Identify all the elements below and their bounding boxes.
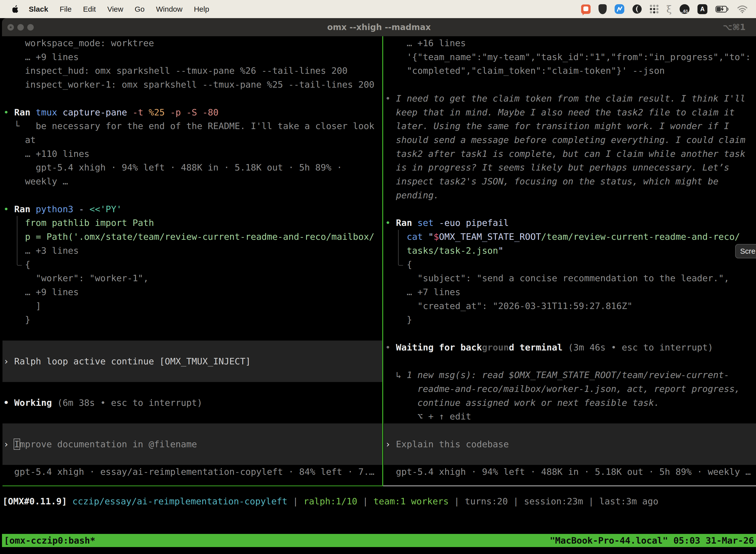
tooltip-label: Scre bbox=[740, 247, 756, 256]
text-segment: { bbox=[3, 259, 30, 270]
terminal-line: ↳ 1 new msg(s): read $OMX_TEAM_STATE_ROO… bbox=[384, 368, 756, 382]
menu-go[interactable]: Go bbox=[135, 5, 145, 13]
text-segment: readme-and-reco/mailbox/worker-1.json, a… bbox=[385, 384, 740, 394]
pane-divider[interactable] bbox=[382, 36, 383, 486]
text-segment: "created_at": "2026-03-31T11:59:27.816Z" bbox=[385, 301, 632, 311]
battery-icon[interactable] bbox=[715, 6, 729, 13]
text-segment: continue assigned work or next feasible … bbox=[385, 398, 659, 408]
terminal-line: tasks/task-2.json" bbox=[384, 244, 756, 258]
text-segment: ⌥ + ↑ edit bbox=[385, 411, 471, 422]
menu-file[interactable]: File bbox=[60, 5, 71, 13]
blank-line bbox=[384, 327, 756, 340]
text-segment: /team/review-current-readme-and-reco/ bbox=[541, 232, 740, 242]
text-segment: at bbox=[3, 135, 36, 145]
text-segment: inspect task2's JSON, focusing on the st… bbox=[385, 176, 718, 186]
terminal-line: … +7 lines bbox=[384, 285, 756, 299]
text-segment: <<'PY' bbox=[89, 204, 122, 214]
text-segment: Ralph loop active continue [OMX_TMUX_INJ… bbox=[14, 356, 251, 366]
text-segment: " bbox=[498, 245, 504, 256]
shield-grid-icon[interactable] bbox=[598, 4, 607, 14]
terminal-line: gpt-5.4 xhigh · 94% left · 488K in · 5.1… bbox=[384, 465, 756, 479]
text-segment: - bbox=[79, 204, 89, 214]
terminal-line: • Ran set -euo pipefail bbox=[384, 216, 756, 230]
crescent-app-icon[interactable] bbox=[632, 4, 642, 14]
terminal-line: } bbox=[384, 313, 756, 327]
text-segment: keep that in mind. Maybe I also need the… bbox=[385, 107, 735, 117]
prompt-chevron-icon: › bbox=[385, 439, 396, 449]
keyboard-layout-icon[interactable]: A bbox=[697, 4, 707, 14]
terminal-line: gpt-5.4 xhigh · essay/ai-reimplementatio… bbox=[2, 465, 382, 479]
wifi-icon[interactable] bbox=[737, 5, 748, 13]
text-segment: } bbox=[385, 315, 412, 325]
bullet-icon: • bbox=[3, 107, 14, 117]
text-segment: | bbox=[358, 496, 374, 506]
terminal-line: … +9 lines bbox=[2, 285, 382, 299]
text-segment: mprove documentation in @filename bbox=[19, 439, 197, 449]
text-segment: groun bbox=[482, 342, 509, 352]
text-segment: (3m 46s • esc to interrupt) bbox=[563, 342, 713, 352]
blank-line bbox=[2, 382, 382, 396]
text-segment: OMX_TEAM_STATE_ROOT bbox=[439, 232, 541, 242]
text-segment: weekly … bbox=[3, 176, 68, 186]
text-segment: team:1 workers bbox=[374, 496, 449, 506]
terminal-line: • Waiting for background terminal (3m 46… bbox=[384, 340, 756, 354]
bullet-icon: • bbox=[385, 342, 396, 352]
prompt-input[interactable]: › Improve documentation in @filename bbox=[2, 424, 382, 465]
terminal-line: inspect_hud: omx sparkshell --tmux-pane … bbox=[2, 64, 382, 78]
text-segment: d terminal bbox=[509, 342, 563, 352]
terminal-line: task2 after task1 is complete, but can I… bbox=[384, 147, 756, 161]
terminal-line: "completed","claim_token":"claim-token"}… bbox=[384, 64, 756, 78]
terminal-line: … +9 lines bbox=[2, 50, 382, 64]
menu-window[interactable]: Window bbox=[156, 5, 183, 13]
text-segment: • bbox=[3, 398, 14, 408]
text-segment: | bbox=[508, 496, 524, 506]
menu-bar: Slack File Edit View Go Window Help ξ ..… bbox=[0, 0, 756, 18]
text-segment: p = Path('.omx/state/team/review-current… bbox=[3, 232, 375, 242]
blue-zigzag-icon[interactable] bbox=[615, 4, 624, 14]
squiggle-icon[interactable]: ξ bbox=[667, 4, 672, 14]
bullet-icon: • bbox=[3, 204, 14, 214]
terminal-line: … +110 lines bbox=[2, 147, 382, 161]
screen: { "menu_bar": { "app_name": "Slack", "me… bbox=[0, 0, 756, 554]
prompt-input[interactable]: › Ralph loop active continue [OMX_TMUX_I… bbox=[2, 340, 382, 382]
text-segment: later. Using the same for transition mig… bbox=[385, 121, 729, 131]
tmux-pane-right[interactable]: … +16 lines '{"team_name":"my-team","tas… bbox=[384, 36, 756, 486]
tmux-pane-left[interactable]: workspace_mode: worktree … +9 lines insp… bbox=[2, 36, 382, 486]
text-segment: | bbox=[288, 496, 304, 506]
battery-percent-badge-icon[interactable]: ..61 bbox=[680, 4, 690, 14]
terminal-line: • Working (6m 38s • esc to interrupt) bbox=[2, 396, 382, 410]
text-segment: [OMX#0.11.9] bbox=[2, 496, 67, 506]
text-segment: Working bbox=[14, 398, 52, 408]
text-segment: Explain this codebase bbox=[396, 439, 509, 449]
blank-line bbox=[384, 202, 756, 216]
terminal-line: keep that in mind. Maybe I also need the… bbox=[384, 106, 756, 119]
dots-grid-icon[interactable] bbox=[650, 5, 658, 13]
menu-help[interactable]: Help bbox=[194, 5, 209, 13]
text-segment: set bbox=[418, 218, 439, 228]
terminal-line: pending. bbox=[384, 188, 756, 202]
text-segment: ] bbox=[3, 301, 41, 311]
text-segment: … +16 lines bbox=[385, 38, 466, 48]
text-segment: from pathlib import Path bbox=[3, 218, 154, 228]
chat-app-icon[interactable] bbox=[581, 4, 590, 14]
terminal-line: "subject": "send a concise recommendatio… bbox=[384, 271, 756, 285]
text-segment: inspect_worker-1: omx sparkshell --tmux-… bbox=[3, 79, 375, 90]
terminal-line: inspect task2's JSON, focusing on the st… bbox=[384, 174, 756, 188]
pane-bottom-border-active bbox=[2, 486, 383, 486]
prompt-input[interactable]: › Explain this codebase bbox=[384, 424, 756, 465]
apple-menu-icon[interactable] bbox=[12, 5, 19, 13]
text-segment: $ bbox=[434, 232, 439, 242]
menu-edit[interactable]: Edit bbox=[83, 5, 96, 13]
text-segment: } bbox=[3, 315, 30, 325]
terminal-line: workspace_mode: worktree bbox=[2, 36, 382, 50]
menu-app-name[interactable]: Slack bbox=[29, 5, 48, 13]
text-segment: -S bbox=[186, 107, 202, 117]
menu-view[interactable]: View bbox=[107, 5, 123, 13]
text-segment: … +7 lines bbox=[385, 287, 460, 297]
text-segment: gpt-5.4 xhigh · 94% left · 488K in · 5.1… bbox=[3, 162, 342, 172]
blank-line bbox=[384, 78, 756, 92]
text-segment: is in progress? It seems likely but perh… bbox=[385, 162, 729, 172]
window-title-bar: omx --xhigh --madmax ⌥⌘1 bbox=[2, 18, 756, 36]
terminal-line: '{"team_name":"my-team","task_id":"1","f… bbox=[384, 50, 756, 64]
terminal-line: p = Path('.omx/state/team/review-current… bbox=[2, 230, 382, 244]
